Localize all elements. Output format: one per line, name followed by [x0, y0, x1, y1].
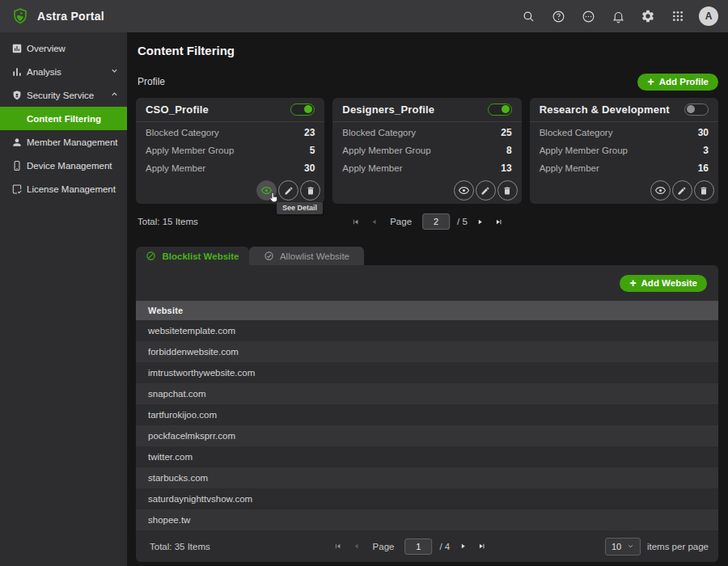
blocklist-panel: + Add Website Website websitetemplate.co… [136, 265, 718, 562]
website-cell: forbiddenwebsite.com [148, 347, 239, 357]
page-number-input[interactable] [404, 539, 432, 555]
table-row[interactable]: twitter.com [136, 446, 718, 467]
first-page-button[interactable] [332, 541, 344, 552]
add-profile-button[interactable]: + Add Profile [637, 74, 718, 91]
profile-toggle[interactable] [488, 103, 512, 116]
delete-button[interactable] [300, 180, 320, 201]
view-detail-button[interactable] [454, 180, 474, 201]
sidebar-item-label: Overview [27, 44, 119, 53]
apps-grid-icon[interactable] [669, 7, 687, 25]
prev-page-button[interactable] [351, 541, 362, 552]
chevron-up-icon [110, 90, 119, 100]
table-row[interactable]: starbucks.com [136, 467, 718, 488]
website-table: websitetemplate.com forbiddenwebsite.com… [136, 320, 718, 530]
next-page-button[interactable] [457, 541, 468, 552]
delete-button[interactable] [497, 180, 518, 201]
website-cell: shopee.tw [148, 515, 190, 525]
sidebar-item-analysis[interactable]: Analysis [0, 60, 127, 83]
sidebar-item-overview[interactable]: Overview [0, 36, 127, 60]
view-detail-button[interactable] [650, 180, 671, 201]
stat-label: Blocked Category [342, 128, 416, 137]
first-page-button[interactable] [349, 216, 361, 227]
website-column-header: Website [136, 301, 718, 320]
sidebar-item-license-management[interactable]: License Management [0, 177, 127, 201]
sidebar-item-security-service[interactable]: Security Service [0, 83, 127, 107]
tab-blocklist-website[interactable]: Blocklist Website [136, 247, 249, 265]
chevron-down-icon [110, 66, 119, 77]
stat-value: 3 [703, 145, 709, 156]
table-row[interactable]: snapchat.com [136, 383, 718, 404]
stat-label: Apply Member Group [342, 146, 430, 155]
stat-label: Apply Member Group [540, 146, 628, 155]
page-label: Page [390, 217, 412, 226]
profile-cards-row: CSO_Profile Blocked Category23 Apply Mem… [136, 98, 718, 204]
search-icon[interactable] [519, 7, 537, 25]
chevron-down-icon [627, 543, 634, 550]
user-avatar[interactable]: A [699, 6, 718, 26]
add-website-label: Add Website [641, 278, 697, 288]
trash-icon [502, 186, 512, 196]
table-row[interactable]: pockfacelmksprr.com [136, 425, 718, 446]
pagination-controls: Page / 4 [332, 539, 488, 555]
more-options-icon[interactable] [579, 7, 597, 25]
edit-button[interactable] [278, 180, 298, 201]
sidebar-item-label: License Management [27, 184, 119, 194]
column-header-label: Website [148, 306, 183, 315]
eye-icon [654, 184, 667, 196]
smartphone-icon [11, 159, 23, 171]
profile-toggle[interactable] [684, 103, 709, 116]
table-row[interactable]: tartfurokijoo.com [136, 404, 718, 425]
sidebar-item-content-filtering[interactable]: Content Filtering [0, 107, 127, 130]
table-row[interactable]: websitetemplate.com [136, 320, 718, 341]
last-page-button[interactable] [476, 541, 487, 552]
eye-icon [260, 184, 273, 196]
profile-card: Designers_Profile Blocked Category25 App… [332, 98, 521, 204]
bell-icon[interactable] [609, 7, 627, 25]
profiles-total: Total: 15 Items [138, 217, 198, 226]
divider [136, 121, 324, 122]
sidebar-item-label: Security Service [27, 91, 106, 100]
profile-section-label: Profile [138, 76, 165, 87]
page-label: Page [373, 542, 395, 551]
table-row[interactable]: imtrustworthywebsite.com [136, 362, 718, 383]
shield-logo-icon [11, 7, 29, 25]
view-detail-button[interactable] [256, 180, 277, 201]
trash-icon [306, 186, 315, 196]
divider [332, 121, 521, 122]
stat-value: 30 [304, 163, 315, 174]
page-number-input[interactable] [422, 213, 450, 230]
website-cell: saturdaynighttvshow.com [148, 494, 252, 504]
stat-value: 30 [698, 127, 709, 138]
website-cell: twitter.com [148, 452, 193, 462]
tab-allowlist-website[interactable]: Allowlist Website [249, 247, 364, 265]
sidebar-item-device-management[interactable]: Device Management [0, 154, 127, 177]
gear-icon[interactable] [639, 7, 657, 25]
table-row[interactable]: forbiddenwebsite.com [136, 341, 718, 362]
add-website-button[interactable]: + Add Website [620, 275, 707, 292]
per-page-value: 10 [612, 542, 621, 551]
last-page-button[interactable] [493, 216, 505, 227]
table-row[interactable]: saturdaynighttvshow.com [136, 488, 718, 509]
prev-page-button[interactable] [368, 216, 379, 227]
stat-value: 16 [698, 163, 709, 174]
sidebar-item-label: Analysis [27, 67, 106, 77]
edit-button[interactable] [672, 180, 692, 201]
delete-button[interactable] [694, 180, 714, 201]
stat-label: Apply Member Group [146, 146, 234, 155]
eye-icon [458, 184, 470, 196]
profile-toggle[interactable] [290, 103, 315, 116]
profile-card: Research & Development Blocked Category3… [530, 98, 718, 204]
per-page-control: 10 items per page [605, 538, 709, 555]
stat-value: 25 [501, 127, 511, 138]
tooltip-see-detail: See Detail [277, 202, 323, 214]
website-cell: imtrustworthywebsite.com [148, 368, 255, 378]
help-icon[interactable] [549, 7, 567, 25]
edit-button[interactable] [476, 180, 496, 201]
next-page-button[interactable] [475, 216, 486, 227]
table-row[interactable]: shopee.tw [136, 509, 718, 530]
divider [530, 121, 718, 122]
items-per-page-select[interactable]: 10 [605, 538, 641, 555]
sidebar-item-member-management[interactable]: Member Management [0, 130, 127, 154]
shield-icon [11, 89, 23, 101]
stat-value: 5 [310, 145, 315, 156]
